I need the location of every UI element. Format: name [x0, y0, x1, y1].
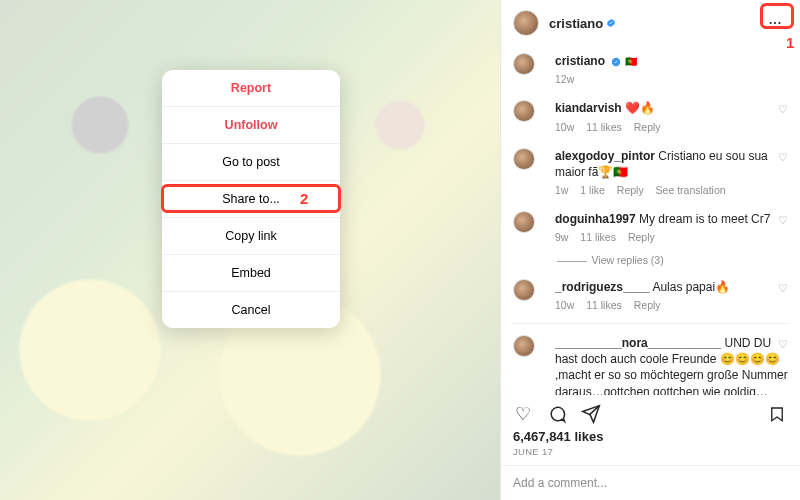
post-options-button[interactable]: ···	[763, 12, 788, 34]
comment-likes[interactable]: 11 likes	[580, 231, 616, 243]
comment-button[interactable]	[547, 404, 567, 424]
post-sidebar: cristiano ··· cristiano 🇵🇹 12w kiandarvi	[500, 0, 800, 500]
caption-time: 12w	[555, 73, 574, 85]
post-date: June 17	[501, 444, 800, 465]
post-header: cristiano ···	[501, 0, 800, 46]
comments-list: cristiano 🇵🇹 12w kiandarvish ❤️🔥 10w 11 …	[501, 46, 800, 395]
comment-likes[interactable]: 11 likes	[586, 121, 622, 133]
like-icon[interactable]: ♡	[778, 214, 788, 227]
flag-icon: 🇵🇹	[625, 56, 637, 67]
comment-text: My dream is to meet Cr7	[639, 212, 770, 226]
like-icon[interactable]: ♡	[778, 151, 788, 164]
modal-go-to-post[interactable]: Go to post	[162, 144, 340, 181]
verified-icon	[606, 18, 616, 28]
likes-count[interactable]: 6,467,841 likes	[501, 429, 800, 444]
avatar[interactable]	[513, 148, 535, 170]
comment-username[interactable]: kiandarvish	[555, 101, 622, 115]
share-button[interactable]	[581, 404, 601, 424]
annotation-label-1: 1	[786, 34, 794, 51]
options-modal: Report Unfollow Go to post Share to... C…	[162, 70, 340, 328]
avatar[interactable]	[513, 211, 535, 233]
verified-icon	[611, 57, 621, 67]
post-actions: ♡	[501, 395, 800, 429]
comment-username[interactable]: __________nora___________	[555, 336, 721, 350]
avatar[interactable]	[513, 100, 535, 122]
comment-text: Aulas papai🔥	[652, 280, 730, 294]
like-icon[interactable]: ♡	[778, 103, 788, 116]
avatar[interactable]	[513, 335, 535, 357]
view-replies[interactable]: ———View replies (3)	[557, 254, 788, 266]
comment-username[interactable]: _rodriguezs____	[555, 280, 650, 294]
modal-share-to[interactable]: Share to...	[162, 181, 340, 218]
comment-item: _rodriguezs____ Aulas papai🔥 10w 11 like…	[513, 272, 788, 319]
modal-cancel[interactable]: Cancel	[162, 292, 340, 328]
avatar[interactable]	[513, 53, 535, 75]
avatar[interactable]	[513, 279, 535, 301]
comment-reply[interactable]: Reply	[634, 299, 661, 311]
comment-likes[interactable]: 1 like	[580, 184, 605, 196]
like-icon[interactable]: ♡	[778, 282, 788, 295]
comment-time: 10w	[555, 299, 574, 311]
caption-username[interactable]: cristiano	[555, 54, 605, 68]
modal-unfollow[interactable]: Unfollow	[162, 107, 340, 144]
comment-item: __________nora___________ UND DU hast do…	[513, 328, 788, 395]
modal-embed[interactable]: Embed	[162, 255, 340, 292]
modal-copy-link[interactable]: Copy link	[162, 218, 340, 255]
comment-item: kiandarvish ❤️🔥 10w 11 likes Reply ♡	[513, 93, 788, 140]
save-button[interactable]	[768, 404, 788, 424]
comment-username[interactable]: alexgodoy_pintor	[555, 149, 655, 163]
comment-time: 1w	[555, 184, 568, 196]
comment-reply[interactable]: Reply	[628, 231, 655, 243]
post-caption: cristiano 🇵🇹 12w	[513, 46, 788, 93]
comment-item: doguinha1997 My dream is to meet Cr7 9w …	[513, 204, 788, 251]
like-icon[interactable]: ♡	[778, 338, 788, 351]
avatar[interactable]	[513, 10, 539, 36]
comment-time: 10w	[555, 121, 574, 133]
comment-likes[interactable]: 11 likes	[586, 299, 622, 311]
annotation-label-2: 2	[300, 190, 308, 207]
comment-username[interactable]: doguinha1997	[555, 212, 636, 226]
like-button[interactable]: ♡	[513, 403, 533, 425]
comment-item: alexgodoy_pintor Cristiano eu sou sua ma…	[513, 141, 788, 205]
comment-translate[interactable]: See translation	[656, 184, 726, 196]
modal-report[interactable]: Report	[162, 70, 340, 107]
author-username[interactable]: cristiano	[549, 16, 603, 31]
comment-reply[interactable]: Reply	[617, 184, 644, 196]
divider	[513, 323, 788, 324]
add-comment-input[interactable]: Add a comment...	[501, 465, 800, 500]
comment-text: ❤️🔥	[625, 101, 655, 115]
comment-reply[interactable]: Reply	[634, 121, 661, 133]
comment-time: 9w	[555, 231, 568, 243]
